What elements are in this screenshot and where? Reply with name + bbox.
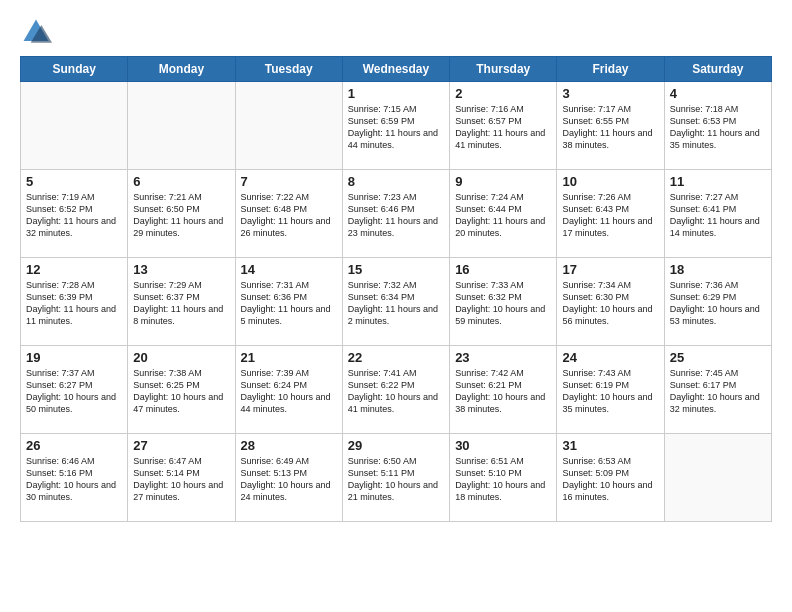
day-cell-4: 4Sunrise: 7:18 AM Sunset: 6:53 PM Daylig… [664,82,771,170]
day-info: Sunrise: 7:34 AM Sunset: 6:30 PM Dayligh… [562,279,658,328]
day-info: Sunrise: 6:47 AM Sunset: 5:14 PM Dayligh… [133,455,229,504]
day-info: Sunrise: 7:23 AM Sunset: 6:46 PM Dayligh… [348,191,444,240]
day-number: 9 [455,174,551,189]
day-number: 11 [670,174,766,189]
day-cell-2: 2Sunrise: 7:16 AM Sunset: 6:57 PM Daylig… [450,82,557,170]
day-number: 16 [455,262,551,277]
day-cell-31: 31Sunrise: 6:53 AM Sunset: 5:09 PM Dayli… [557,434,664,522]
day-cell-empty [21,82,128,170]
day-number: 27 [133,438,229,453]
day-number: 23 [455,350,551,365]
calendar-table: SundayMondayTuesdayWednesdayThursdayFrid… [20,56,772,522]
day-info: Sunrise: 7:33 AM Sunset: 6:32 PM Dayligh… [455,279,551,328]
day-cell-14: 14Sunrise: 7:31 AM Sunset: 6:36 PM Dayli… [235,258,342,346]
day-number: 7 [241,174,337,189]
day-cell-7: 7Sunrise: 7:22 AM Sunset: 6:48 PM Daylig… [235,170,342,258]
week-row-1: 1Sunrise: 7:15 AM Sunset: 6:59 PM Daylig… [21,82,772,170]
day-number: 26 [26,438,122,453]
day-header-monday: Monday [128,57,235,82]
day-cell-18: 18Sunrise: 7:36 AM Sunset: 6:29 PM Dayli… [664,258,771,346]
week-row-4: 19Sunrise: 7:37 AM Sunset: 6:27 PM Dayli… [21,346,772,434]
day-cell-24: 24Sunrise: 7:43 AM Sunset: 6:19 PM Dayli… [557,346,664,434]
day-cell-23: 23Sunrise: 7:42 AM Sunset: 6:21 PM Dayli… [450,346,557,434]
day-info: Sunrise: 7:26 AM Sunset: 6:43 PM Dayligh… [562,191,658,240]
day-cell-8: 8Sunrise: 7:23 AM Sunset: 6:46 PM Daylig… [342,170,449,258]
day-info: Sunrise: 7:16 AM Sunset: 6:57 PM Dayligh… [455,103,551,152]
day-info: Sunrise: 6:46 AM Sunset: 5:16 PM Dayligh… [26,455,122,504]
day-number: 21 [241,350,337,365]
day-number: 10 [562,174,658,189]
day-cell-10: 10Sunrise: 7:26 AM Sunset: 6:43 PM Dayli… [557,170,664,258]
day-number: 18 [670,262,766,277]
day-cell-15: 15Sunrise: 7:32 AM Sunset: 6:34 PM Dayli… [342,258,449,346]
day-info: Sunrise: 7:36 AM Sunset: 6:29 PM Dayligh… [670,279,766,328]
day-info: Sunrise: 6:49 AM Sunset: 5:13 PM Dayligh… [241,455,337,504]
day-info: Sunrise: 7:15 AM Sunset: 6:59 PM Dayligh… [348,103,444,152]
day-number: 31 [562,438,658,453]
day-number: 20 [133,350,229,365]
day-number: 22 [348,350,444,365]
day-cell-empty [664,434,771,522]
day-info: Sunrise: 7:37 AM Sunset: 6:27 PM Dayligh… [26,367,122,416]
day-cell-11: 11Sunrise: 7:27 AM Sunset: 6:41 PM Dayli… [664,170,771,258]
day-info: Sunrise: 7:22 AM Sunset: 6:48 PM Dayligh… [241,191,337,240]
day-header-thursday: Thursday [450,57,557,82]
day-number: 8 [348,174,444,189]
day-cell-1: 1Sunrise: 7:15 AM Sunset: 6:59 PM Daylig… [342,82,449,170]
day-cell-21: 21Sunrise: 7:39 AM Sunset: 6:24 PM Dayli… [235,346,342,434]
day-number: 30 [455,438,551,453]
day-header-saturday: Saturday [664,57,771,82]
day-info: Sunrise: 6:51 AM Sunset: 5:10 PM Dayligh… [455,455,551,504]
day-info: Sunrise: 7:39 AM Sunset: 6:24 PM Dayligh… [241,367,337,416]
day-info: Sunrise: 7:27 AM Sunset: 6:41 PM Dayligh… [670,191,766,240]
day-cell-25: 25Sunrise: 7:45 AM Sunset: 6:17 PM Dayli… [664,346,771,434]
day-cell-17: 17Sunrise: 7:34 AM Sunset: 6:30 PM Dayli… [557,258,664,346]
day-number: 17 [562,262,658,277]
day-header-sunday: Sunday [21,57,128,82]
day-number: 12 [26,262,122,277]
logo [20,16,54,48]
week-row-3: 12Sunrise: 7:28 AM Sunset: 6:39 PM Dayli… [21,258,772,346]
day-cell-3: 3Sunrise: 7:17 AM Sunset: 6:55 PM Daylig… [557,82,664,170]
day-info: Sunrise: 6:50 AM Sunset: 5:11 PM Dayligh… [348,455,444,504]
day-cell-9: 9Sunrise: 7:24 AM Sunset: 6:44 PM Daylig… [450,170,557,258]
day-cell-13: 13Sunrise: 7:29 AM Sunset: 6:37 PM Dayli… [128,258,235,346]
day-number: 2 [455,86,551,101]
week-row-5: 26Sunrise: 6:46 AM Sunset: 5:16 PM Dayli… [21,434,772,522]
day-info: Sunrise: 6:53 AM Sunset: 5:09 PM Dayligh… [562,455,658,504]
day-info: Sunrise: 7:43 AM Sunset: 6:19 PM Dayligh… [562,367,658,416]
day-header-tuesday: Tuesday [235,57,342,82]
day-number: 28 [241,438,337,453]
day-info: Sunrise: 7:17 AM Sunset: 6:55 PM Dayligh… [562,103,658,152]
day-cell-20: 20Sunrise: 7:38 AM Sunset: 6:25 PM Dayli… [128,346,235,434]
day-number: 24 [562,350,658,365]
day-number: 3 [562,86,658,101]
day-header-friday: Friday [557,57,664,82]
day-info: Sunrise: 7:42 AM Sunset: 6:21 PM Dayligh… [455,367,551,416]
day-cell-empty [235,82,342,170]
day-cell-6: 6Sunrise: 7:21 AM Sunset: 6:50 PM Daylig… [128,170,235,258]
day-number: 1 [348,86,444,101]
day-number: 29 [348,438,444,453]
day-info: Sunrise: 7:45 AM Sunset: 6:17 PM Dayligh… [670,367,766,416]
day-cell-26: 26Sunrise: 6:46 AM Sunset: 5:16 PM Dayli… [21,434,128,522]
day-info: Sunrise: 7:31 AM Sunset: 6:36 PM Dayligh… [241,279,337,328]
page: SundayMondayTuesdayWednesdayThursdayFrid… [0,0,792,612]
day-number: 19 [26,350,122,365]
header-row: SundayMondayTuesdayWednesdayThursdayFrid… [21,57,772,82]
day-number: 15 [348,262,444,277]
day-cell-30: 30Sunrise: 6:51 AM Sunset: 5:10 PM Dayli… [450,434,557,522]
day-info: Sunrise: 7:38 AM Sunset: 6:25 PM Dayligh… [133,367,229,416]
logo-icon [20,16,52,48]
day-info: Sunrise: 7:41 AM Sunset: 6:22 PM Dayligh… [348,367,444,416]
day-cell-12: 12Sunrise: 7:28 AM Sunset: 6:39 PM Dayli… [21,258,128,346]
day-number: 13 [133,262,229,277]
day-header-wednesday: Wednesday [342,57,449,82]
day-number: 25 [670,350,766,365]
header [20,16,772,48]
day-info: Sunrise: 7:18 AM Sunset: 6:53 PM Dayligh… [670,103,766,152]
day-info: Sunrise: 7:28 AM Sunset: 6:39 PM Dayligh… [26,279,122,328]
day-info: Sunrise: 7:24 AM Sunset: 6:44 PM Dayligh… [455,191,551,240]
day-number: 5 [26,174,122,189]
day-info: Sunrise: 7:21 AM Sunset: 6:50 PM Dayligh… [133,191,229,240]
